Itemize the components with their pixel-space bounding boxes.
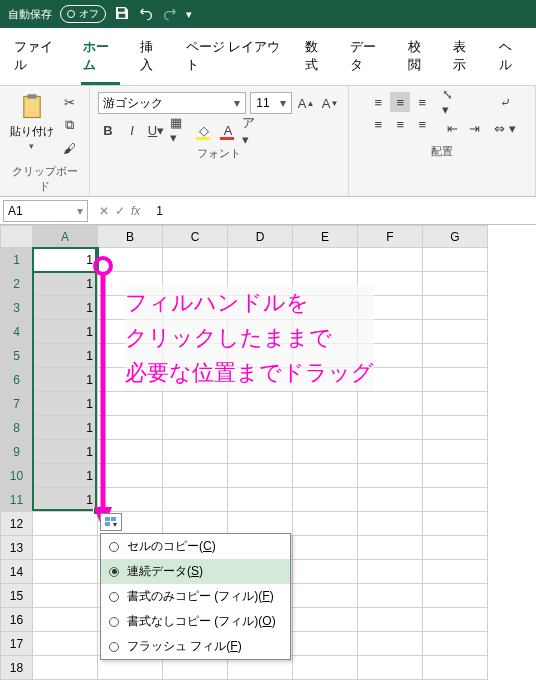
autofill-menu-item[interactable]: 書式のみコピー (フィル)(F)	[101, 584, 290, 609]
cell[interactable]	[228, 488, 293, 512]
cell[interactable]	[423, 368, 488, 392]
tab-home[interactable]: ホーム	[81, 34, 120, 85]
tab-file[interactable]: ファイル	[12, 34, 63, 85]
row-header[interactable]: 13	[1, 536, 33, 560]
cell[interactable]: 1	[33, 464, 98, 488]
cell[interactable]	[293, 392, 358, 416]
cell[interactable]	[423, 440, 488, 464]
row-header[interactable]: 3	[1, 296, 33, 320]
row-header[interactable]: 15	[1, 584, 33, 608]
font-size-combo[interactable]: ▾	[250, 92, 292, 114]
column-header[interactable]: B	[98, 226, 163, 248]
row-header[interactable]: 8	[1, 416, 33, 440]
row-header[interactable]: 11	[1, 488, 33, 512]
column-header[interactable]: F	[358, 226, 423, 248]
cell[interactable]: 1	[33, 488, 98, 512]
cell[interactable]	[163, 488, 228, 512]
autofill-menu-item[interactable]: 連続データ(S)	[101, 559, 290, 584]
cell[interactable]	[33, 632, 98, 656]
cell[interactable]: 1	[33, 392, 98, 416]
decrease-indent-icon[interactable]: ⇤	[442, 118, 462, 138]
cell[interactable]	[423, 344, 488, 368]
font-name-combo[interactable]: ▾	[98, 92, 246, 114]
autofill-options-button[interactable]: ▾	[100, 513, 122, 531]
cell[interactable]	[293, 584, 358, 608]
cell[interactable]	[163, 512, 228, 536]
merge-cells-icon[interactable]: ⇔ ▾	[494, 118, 516, 138]
border-button[interactable]: ▦ ▾	[170, 120, 190, 140]
tab-data[interactable]: データ	[348, 34, 387, 85]
cell[interactable]	[33, 584, 98, 608]
tab-formulas[interactable]: 数式	[303, 34, 330, 85]
row-header[interactable]: 12	[1, 512, 33, 536]
cell[interactable]	[228, 392, 293, 416]
cell[interactable]	[423, 632, 488, 656]
cell[interactable]	[163, 440, 228, 464]
cell[interactable]	[98, 392, 163, 416]
cell[interactable]	[358, 416, 423, 440]
cell[interactable]	[293, 656, 358, 680]
cell[interactable]	[228, 440, 293, 464]
autofill-menu-item[interactable]: 書式なしコピー (フィル)(O)	[101, 609, 290, 634]
cell[interactable]	[293, 488, 358, 512]
row-header[interactable]: 17	[1, 632, 33, 656]
increase-font-icon[interactable]: A▲	[296, 93, 316, 113]
cell[interactable]	[358, 464, 423, 488]
cell[interactable]	[293, 440, 358, 464]
copy-icon[interactable]: ⧉	[60, 115, 80, 135]
qat-customize-icon[interactable]: ▾	[186, 8, 192, 21]
cell[interactable]	[228, 416, 293, 440]
cell[interactable]	[293, 512, 358, 536]
font-size-input[interactable]	[251, 93, 275, 113]
tab-pagelayout[interactable]: ページ レイアウト	[184, 34, 285, 85]
cell[interactable]: 1	[33, 344, 98, 368]
cell[interactable]	[423, 464, 488, 488]
cell[interactable]	[98, 488, 163, 512]
cell[interactable]	[358, 512, 423, 536]
cell[interactable]	[98, 416, 163, 440]
row-header[interactable]: 2	[1, 272, 33, 296]
cell[interactable]: 1	[33, 320, 98, 344]
column-header[interactable]: C	[163, 226, 228, 248]
autofill-menu-item[interactable]: セルのコピー(C)	[101, 534, 290, 559]
fill-color-button[interactable]: ◇	[194, 120, 214, 140]
cell[interactable]	[98, 440, 163, 464]
enter-formula-icon[interactable]: ✓	[115, 204, 125, 218]
cell[interactable]	[228, 248, 293, 272]
tab-help[interactable]: ヘル	[497, 34, 524, 85]
cell[interactable]	[293, 536, 358, 560]
align-left-icon[interactable]: ≡	[368, 114, 388, 134]
cell[interactable]	[98, 248, 163, 272]
cell[interactable]	[358, 656, 423, 680]
cell[interactable]	[423, 584, 488, 608]
cell[interactable]	[358, 608, 423, 632]
align-right-icon[interactable]: ≡	[412, 114, 432, 134]
row-header[interactable]: 6	[1, 368, 33, 392]
underline-button[interactable]: U ▾	[146, 120, 166, 140]
italic-button[interactable]: I	[122, 120, 142, 140]
cell[interactable]	[358, 632, 423, 656]
cell[interactable]	[423, 248, 488, 272]
cell[interactable]	[293, 416, 358, 440]
orientation-icon[interactable]: ⤡ ▾	[442, 92, 462, 112]
cell[interactable]	[358, 560, 423, 584]
save-icon[interactable]	[114, 5, 130, 23]
cell[interactable]: 1	[33, 248, 98, 272]
cell[interactable]	[293, 464, 358, 488]
row-header[interactable]: 5	[1, 344, 33, 368]
cell[interactable]	[423, 296, 488, 320]
column-header[interactable]: E	[293, 226, 358, 248]
cell[interactable]	[423, 536, 488, 560]
cell[interactable]	[228, 512, 293, 536]
cell[interactable]	[33, 608, 98, 632]
bold-button[interactable]: B	[98, 120, 118, 140]
cell[interactable]	[293, 608, 358, 632]
font-color-button[interactable]: A	[218, 120, 238, 140]
cell[interactable]	[423, 656, 488, 680]
undo-icon[interactable]	[138, 5, 154, 23]
column-header[interactable]: D	[228, 226, 293, 248]
cell[interactable]	[423, 392, 488, 416]
tab-view[interactable]: 表示	[451, 34, 478, 85]
tab-insert[interactable]: 挿入	[138, 34, 165, 85]
row-header[interactable]: 4	[1, 320, 33, 344]
